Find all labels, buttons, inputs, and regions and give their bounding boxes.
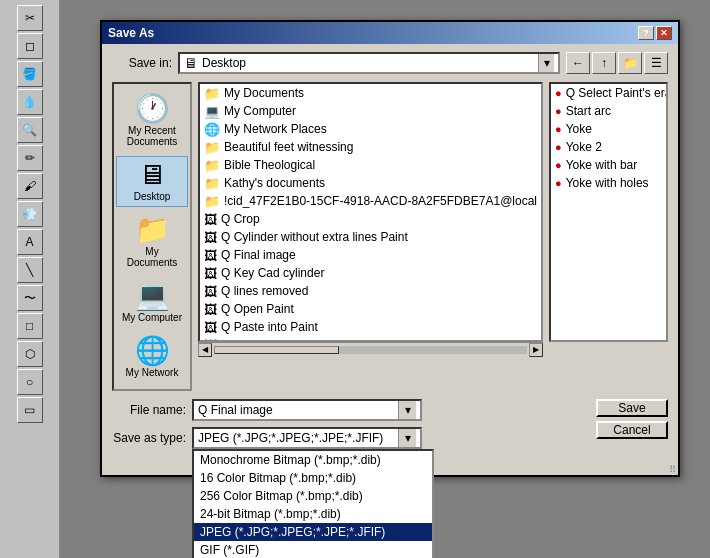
desktop-icon: 🖥 [184, 55, 198, 71]
toolbar-left: ✂ ◻ 🪣 💧 🔍 ✏ 🖌 💨 A ╲ 〜 □ ⬡ ○ ▭ [0, 0, 60, 558]
right-item-icon: ● [555, 177, 562, 189]
place-my-docs[interactable]: 📁 My Documents [116, 211, 188, 273]
tool-zoom[interactable]: 🔍 [17, 117, 43, 143]
file-name: Bible Theological [224, 158, 315, 172]
file-item[interactable]: 🖼Q Key Cad cylinder [200, 264, 541, 282]
place-recent-docs[interactable]: 🕐 My Recent Documents [116, 90, 188, 152]
tool-select[interactable]: ✂ [17, 5, 43, 31]
dropdown-option[interactable]: GIF (*.GIF) [194, 541, 432, 558]
dropdown-option[interactable]: 24-bit Bitmap (*.bmp;*.dib) [194, 505, 432, 523]
help-button[interactable]: ? [638, 26, 654, 40]
file-list[interactable]: 📁My Documents💻My Computer🌐My Network Pla… [198, 82, 543, 342]
nav-toolbar: ← ↑ 📁 ☰ [566, 52, 668, 74]
save-as-type-dropdown[interactable]: Monochrome Bitmap (*.bmp;*.dib)16 Color … [192, 449, 434, 558]
file-item[interactable]: 🖼Q Final image [200, 246, 541, 264]
file-name: My Network Places [224, 122, 327, 136]
file-item[interactable]: 📁Bible Theological [200, 156, 541, 174]
save-button[interactable]: Save [596, 399, 668, 417]
file-item[interactable]: 📁Kathy's documents [200, 174, 541, 192]
file-icon: 🖼 [204, 266, 217, 281]
right-item-icon: ● [555, 123, 562, 135]
tool-airbrush[interactable]: 💨 [17, 201, 43, 227]
file-icon: 🖼 [204, 212, 217, 227]
file-name-dropdown-arrow[interactable]: ▾ [398, 401, 416, 419]
save-in-row: Save in: 🖥 Desktop ▾ ← ↑ 📁 ☰ [112, 52, 668, 74]
right-panel-item[interactable]: ●Yoke with bar [551, 156, 666, 174]
file-item[interactable]: 📁Beautiful feet witnessing [200, 138, 541, 156]
file-name: Q Crop [221, 212, 260, 226]
tool-fill[interactable]: 🪣 [17, 61, 43, 87]
tool-brush[interactable]: 🖌 [17, 173, 43, 199]
my-computer-icon: 💻 [135, 282, 170, 310]
nav-view[interactable]: ☰ [644, 52, 668, 74]
file-name: Q Cylinder without extra lines Paint [221, 230, 408, 244]
file-name-row: File name: Q Final image ▾ [112, 399, 668, 421]
file-name: Beautiful feet witnessing [224, 140, 353, 154]
my-network-icon: 🌐 [135, 337, 170, 365]
scroll-left-btn[interactable]: ◀ [198, 343, 212, 357]
file-icon: 📁 [204, 86, 220, 101]
save-in-dropdown-arrow[interactable]: ▾ [538, 54, 554, 72]
my-docs-icon: 📁 [135, 216, 170, 244]
right-item-name: Q Select Paint's eraser tool [566, 86, 668, 100]
tool-rect[interactable]: □ [17, 313, 43, 339]
right-panel-item[interactable]: ●Yoke [551, 120, 666, 138]
my-docs-label: My Documents [119, 246, 185, 268]
file-item[interactable]: 📁My Documents [200, 84, 541, 102]
file-name-combo[interactable]: Q Final image ▾ [192, 399, 422, 421]
tool-eyedropper[interactable]: 💧 [17, 89, 43, 115]
file-item[interactable]: 🖼Q Crop [200, 210, 541, 228]
file-item[interactable]: 🖼Q Paste into Paint [200, 318, 541, 336]
file-item[interactable]: 🖼Q lines removed [200, 282, 541, 300]
right-panel-item[interactable]: ●Start arc [551, 102, 666, 120]
scroll-track[interactable] [214, 346, 527, 354]
file-item[interactable]: 🖼Q Open Paint [200, 300, 541, 318]
tool-curve[interactable]: 〜 [17, 285, 43, 311]
recent-docs-label: My Recent Documents [119, 125, 185, 147]
right-panel: ●Q Select Paint's eraser tool●Start arc●… [549, 82, 668, 342]
place-my-computer[interactable]: 💻 My Computer [116, 277, 188, 328]
file-icon: 📁 [204, 158, 220, 173]
save-as-type-dropdown-arrow[interactable]: ▾ [398, 429, 416, 447]
nav-up[interactable]: ↑ [592, 52, 616, 74]
dropdown-option[interactable]: Monochrome Bitmap (*.bmp;*.dib) [194, 451, 432, 469]
file-icon: 🖼 [204, 284, 217, 299]
scroll-thumb[interactable] [214, 346, 339, 354]
nav-new-folder[interactable]: 📁 [618, 52, 642, 74]
file-icon: 📁 [204, 176, 220, 191]
save-as-type-combo[interactable]: JPEG (*.JPG;*.JPEG;*.JPE;*.JFIF) ▾ [192, 427, 422, 449]
place-my-network[interactable]: 🌐 My Network [116, 332, 188, 383]
nav-back[interactable]: ← [566, 52, 590, 74]
right-panel-item[interactable]: ●Yoke 2 [551, 138, 666, 156]
dropdown-option[interactable]: 256 Color Bitmap (*.bmp;*.dib) [194, 487, 432, 505]
tool-ellipse[interactable]: ○ [17, 369, 43, 395]
dropdown-option[interactable]: JPEG (*.JPG;*.JPEG;*.JPE;*.JFIF) [194, 523, 432, 541]
title-bar-buttons: ? ✕ [638, 26, 672, 40]
dialog-title: Save As [108, 26, 154, 40]
dropdown-option[interactable]: 16 Color Bitmap (*.bmp;*.dib) [194, 469, 432, 487]
right-panel-item[interactable]: ●Q Select Paint's eraser tool [551, 84, 666, 102]
tool-text[interactable]: A [17, 229, 43, 255]
horizontal-scrollbar[interactable]: ◀ ▶ [198, 342, 543, 356]
file-item[interactable]: 📁!cid_47F2E1B0-15CF-4918-AACD-8A2F5FDBE7… [200, 192, 541, 210]
right-panel-item[interactable]: ●Yoke with holes [551, 174, 666, 192]
place-desktop[interactable]: 🖥 Desktop [116, 156, 188, 207]
grip-dots: ⠿ [669, 464, 676, 475]
file-item[interactable]: 💻My Computer [200, 102, 541, 120]
tool-pencil[interactable]: ✏ [17, 145, 43, 171]
tool-eraser[interactable]: ◻ [17, 33, 43, 59]
right-item-icon: ● [555, 87, 562, 99]
file-item[interactable]: 🖼Q Cylinder without extra lines Paint [200, 228, 541, 246]
tool-line[interactable]: ╲ [17, 257, 43, 283]
save-in-combo[interactable]: 🖥 Desktop ▾ [178, 52, 560, 74]
file-item[interactable]: 🌐My Network Places [200, 120, 541, 138]
right-item-icon: ● [555, 141, 562, 153]
save-as-type-label: Save as type: [112, 431, 192, 445]
right-item-icon: ● [555, 159, 562, 171]
tool-polygon[interactable]: ⬡ [17, 341, 43, 367]
scroll-right-btn[interactable]: ▶ [529, 343, 543, 357]
file-icon: 💻 [204, 104, 220, 119]
close-button[interactable]: ✕ [656, 26, 672, 40]
tool-rounded-rect[interactable]: ▭ [17, 397, 43, 423]
file-icon: 🖼 [204, 230, 217, 245]
